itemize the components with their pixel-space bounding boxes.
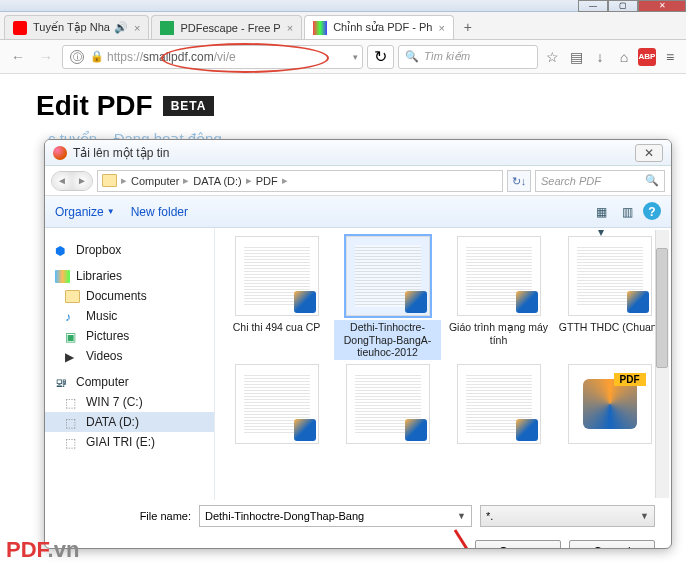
- help-icon[interactable]: ?: [643, 202, 661, 220]
- file-label: GTTH THDC (Chuan): [557, 320, 662, 335]
- file-item[interactable]: Giáo trình mạng máy tính: [445, 236, 552, 360]
- folder-search-input[interactable]: Search PDF 🔍: [535, 170, 665, 192]
- tab-label: Chỉnh sửa PDF - Ph: [333, 21, 432, 34]
- bookmark-star-icon[interactable]: ☆: [542, 49, 562, 65]
- foxit-icon: [294, 419, 316, 441]
- scrollbar-thumb[interactable]: [656, 248, 668, 368]
- sep: ▸: [282, 174, 288, 187]
- dialog-buttons: Open▼ Cancel: [45, 532, 671, 549]
- crumb-folder[interactable]: PDF: [256, 175, 278, 187]
- new-folder-button[interactable]: New folder: [131, 205, 188, 219]
- beta-badge: BETA: [163, 96, 215, 116]
- back-icon[interactable]: ◄: [52, 172, 72, 190]
- cancel-button[interactable]: Cancel: [569, 540, 655, 549]
- nav-computer[interactable]: 🖳Computer: [45, 372, 214, 392]
- file-item-selected[interactable]: Dethi-Tinhoctre-DongThap-BangA-tieuhoc-2…: [334, 236, 441, 360]
- window-maximize[interactable]: ▢: [608, 0, 638, 12]
- nav-music[interactable]: ♪Music: [45, 306, 214, 326]
- search-placeholder: Search PDF: [541, 175, 601, 187]
- dialog-body: ⬢Dropbox Libraries Documents ♪Music ▣Pic…: [45, 228, 671, 500]
- firefox-icon: [53, 146, 67, 160]
- organize-menu[interactable]: Organize▼: [55, 205, 115, 219]
- chevron-down-icon[interactable]: ▾: [353, 52, 358, 62]
- window-minimize[interactable]: —: [578, 0, 608, 12]
- videos-icon: ▶: [65, 350, 80, 363]
- close-icon[interactable]: ×: [287, 22, 293, 34]
- nav-libraries[interactable]: Libraries: [45, 266, 214, 286]
- breadcrumb[interactable]: ▸ Computer ▸ DATA (D:) ▸ PDF ▸: [97, 170, 503, 192]
- window-titlebar: — ▢ ✕: [0, 0, 686, 12]
- file-label: Giáo trình mạng máy tính: [445, 320, 552, 347]
- navigation-pane: ⬢Dropbox Libraries Documents ♪Music ▣Pic…: [45, 228, 215, 500]
- nav-drive-c[interactable]: ⬚WIN 7 (C:): [45, 392, 214, 412]
- nav-pictures[interactable]: ▣Pictures: [45, 326, 214, 346]
- back-button[interactable]: ←: [6, 45, 30, 69]
- home-icon[interactable]: ⌂: [614, 49, 634, 65]
- filetype-select[interactable]: *.▼: [480, 505, 655, 527]
- tab-label: Tuyển Tập Nha: [33, 21, 110, 34]
- file-item[interactable]: GTTH THDC (Chuan): [556, 236, 663, 360]
- browser-tab-strip: Tuyển Tập Nha 🔊 × PDFescape - Free P × C…: [0, 12, 686, 40]
- site-info-icon[interactable]: ⓘ: [70, 50, 84, 64]
- window-close[interactable]: ✕: [638, 0, 686, 12]
- search-input[interactable]: 🔍 Tìm kiếm: [398, 45, 538, 69]
- browser-tab-smallpdf[interactable]: Chỉnh sửa PDF - Ph ×: [304, 15, 454, 39]
- crumb-computer[interactable]: Computer: [131, 175, 179, 187]
- breadcrumb-bar: ◄ ► ▸ Computer ▸ DATA (D:) ▸ PDF ▸ ↻↓ Se…: [45, 166, 671, 196]
- nav-videos[interactable]: ▶Videos: [45, 346, 214, 366]
- dialog-titlebar[interactable]: Tải lên một tập tin ✕: [45, 140, 671, 166]
- file-item[interactable]: Chi thi 494 cua CP: [223, 236, 330, 360]
- watermark: PDF.vn: [6, 537, 79, 563]
- browser-tab-youtube[interactable]: Tuyển Tập Nha 🔊 ×: [4, 15, 149, 39]
- music-icon: ♪: [65, 310, 80, 323]
- forward-icon[interactable]: ►: [72, 172, 92, 190]
- drive-icon: ⬚: [65, 396, 80, 409]
- close-icon[interactable]: ×: [438, 22, 444, 34]
- nav-drive-e[interactable]: ⬚GIAI TRI (E:): [45, 432, 214, 452]
- sep: ▸: [121, 174, 127, 187]
- dialog-close-button[interactable]: ✕: [635, 144, 663, 162]
- file-item[interactable]: [223, 364, 330, 448]
- file-item[interactable]: PDF: [556, 364, 663, 448]
- new-tab-button[interactable]: +: [456, 19, 480, 39]
- chevron-down-icon[interactable]: ▼: [457, 511, 466, 521]
- forward-button[interactable]: →: [34, 45, 58, 69]
- url-path: /vi/e: [214, 50, 236, 64]
- reload-button[interactable]: ↻: [367, 45, 394, 69]
- chevron-down-icon[interactable]: ▼: [640, 511, 649, 521]
- downloads-icon[interactable]: ↓: [590, 49, 610, 65]
- nav-documents[interactable]: Documents: [45, 286, 214, 306]
- address-bar[interactable]: ⓘ 🔒 https://smallpdf.com/vi/e ▾: [62, 45, 363, 69]
- title-text: Edit PDF: [36, 90, 153, 122]
- pocket-icon[interactable]: ▤: [566, 49, 586, 65]
- browser-tab-pdfescape[interactable]: PDFescape - Free P ×: [151, 15, 302, 39]
- nav-back-forward[interactable]: ◄ ►: [51, 171, 93, 191]
- foxit-icon: [405, 419, 427, 441]
- dropbox-icon: ⬢: [55, 244, 70, 257]
- adblock-icon[interactable]: ABP: [638, 48, 656, 66]
- crumb-drive[interactable]: DATA (D:): [193, 175, 241, 187]
- nav-dropbox[interactable]: ⬢Dropbox: [45, 240, 214, 260]
- file-item[interactable]: [334, 364, 441, 448]
- chevron-down-icon: ▼: [107, 207, 115, 216]
- refresh-button[interactable]: ↻↓: [507, 170, 531, 192]
- youtube-icon: [13, 21, 27, 35]
- view-options-button[interactable]: ▦ ▾: [591, 202, 611, 222]
- foxit-icon: [294, 291, 316, 313]
- search-placeholder: Tìm kiếm: [424, 50, 470, 63]
- chevron-down-icon: ▼: [530, 541, 537, 549]
- preview-pane-button[interactable]: ▥: [617, 202, 637, 222]
- page-title: Edit PDF BETA: [36, 90, 686, 122]
- menu-icon[interactable]: ≡: [660, 49, 680, 65]
- filename-input[interactable]: Dethi-Tinhoctre-DongThap-Bang▼: [199, 505, 472, 527]
- page-content: Edit PDF BETA c tuyển – Đang hoạt động: [0, 74, 686, 148]
- url-scheme: https://: [107, 50, 143, 64]
- sep: ▸: [183, 174, 189, 187]
- scrollbar[interactable]: [655, 230, 669, 498]
- open-button[interactable]: Open▼: [475, 540, 561, 549]
- close-icon[interactable]: ×: [134, 22, 140, 34]
- browser-toolbar: ← → ⓘ 🔒 https://smallpdf.com/vi/e ▾ ↻ 🔍 …: [0, 40, 686, 74]
- file-item[interactable]: [445, 364, 552, 448]
- foxit-icon: [405, 291, 427, 313]
- nav-drive-d[interactable]: ⬚DATA (D:): [45, 412, 214, 432]
